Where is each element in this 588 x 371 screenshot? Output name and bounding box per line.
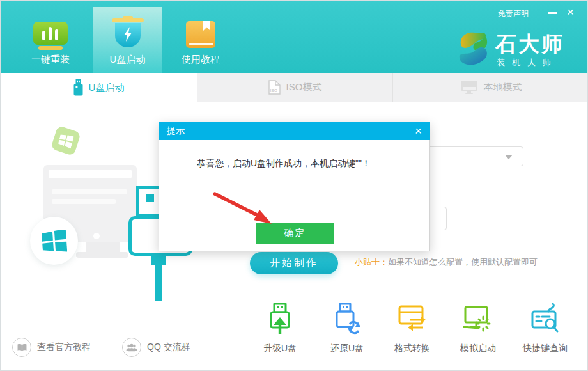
success-dialog: 提示 × 恭喜您，启动U盘制作成功，本机启动键""！ 确定 — [159, 122, 430, 251]
brand-logo: 石大师 装机大师 — [457, 29, 578, 68]
nav-tab-label: 使用教程 — [170, 54, 231, 66]
simulate-boot-icon — [463, 303, 493, 338]
header-bar: 一键重装 U盘启动 — [1, 1, 587, 73]
nav-tab-label: 一键重装 — [20, 54, 81, 66]
local-monitor-icon — [460, 81, 478, 94]
tool-restore-usb[interactable]: 还原U盘 — [318, 303, 376, 354]
tool-simulate-boot[interactable]: 模拟启动 — [449, 303, 507, 354]
usb-shield-icon — [109, 13, 146, 52]
usb-cable — [155, 265, 162, 301]
usb-upgrade-icon — [265, 303, 295, 338]
dialog-message: 恭喜您，启动U盘制作成功，本机启动键""！ — [197, 158, 371, 170]
footer-link-label: QQ 交流群 — [147, 342, 190, 353]
qq-group-link[interactable]: QQ 交流群 — [122, 338, 190, 357]
footer-bar: 查看官方教程 QQ 交流群 — [1, 301, 587, 370]
tool-label: 模拟启动 — [460, 343, 496, 354]
mode-tab-label: 本地模式 — [484, 81, 522, 93]
app-window: 一键重装 U盘启动 — [0, 0, 588, 371]
tutorial-book-icon — [185, 21, 217, 52]
close-button[interactable]: × — [567, 6, 574, 19]
tool-upgrade-usb[interactable]: 升级U盘 — [251, 303, 309, 354]
tool-label: 快捷键查询 — [523, 343, 568, 354]
brand-name: 石大师 — [495, 30, 564, 59]
nav-tab-usb-boot[interactable]: U盘启动 — [93, 1, 162, 73]
tool-label: 升级U盘 — [263, 343, 297, 354]
mode-tab-iso[interactable]: ISO ISO模式 — [197, 73, 392, 102]
nav-tab-label: U盘启动 — [93, 54, 162, 66]
nav-tab-tutorial[interactable]: 使用教程 — [170, 1, 231, 73]
dialog-title: 提示 — [167, 125, 185, 137]
svg-text:ISO: ISO — [270, 88, 277, 93]
windows-badge-icon — [50, 125, 81, 156]
mode-tab-label: U盘启动 — [89, 82, 125, 94]
mode-tab-usb-boot[interactable]: U盘启动 — [1, 73, 197, 102]
usb-cable-nub — [151, 256, 166, 265]
monitor-base — [76, 252, 128, 258]
windows-logo-circle — [30, 217, 78, 265]
footer-link-label: 查看官方教程 — [37, 342, 91, 353]
brand-swirl-icon — [457, 30, 490, 70]
tool-label: 格式转换 — [394, 343, 430, 354]
tool-label: 还原U盘 — [330, 343, 364, 354]
hotkey-search-icon — [530, 303, 560, 338]
mode-tab-local[interactable]: 本地模式 — [392, 73, 588, 102]
dialog-close-icon[interactable]: × — [415, 125, 422, 137]
minimize-button[interactable] — [548, 12, 557, 14]
mode-tab-label: ISO模式 — [286, 81, 322, 93]
group-icon — [122, 338, 141, 357]
tip-text: 小贴士：如果不知道怎么配置，使用默认配置即可 — [355, 257, 538, 268]
tool-hotkey-query[interactable]: 快捷键查询 — [516, 303, 574, 354]
iso-file-icon: ISO — [268, 80, 281, 95]
official-tutorial-link[interactable]: 查看官方教程 — [12, 338, 91, 357]
tool-format-convert[interactable]: 格式转换 — [383, 303, 441, 354]
book-icon — [12, 338, 31, 357]
dialog-titlebar: 提示 × — [159, 122, 430, 140]
brand-subtitle: 装机大师 — [497, 57, 558, 68]
usb-drive-icon — [74, 79, 83, 96]
usb-restore-icon — [332, 303, 362, 338]
tip-label: 小贴士： — [355, 257, 388, 267]
nav-tab-reinstall[interactable]: 一键重装 — [20, 1, 81, 73]
dialog-ok-button[interactable]: 确定 — [256, 223, 334, 244]
reinstall-chart-icon — [33, 22, 68, 52]
format-convert-icon — [398, 303, 427, 338]
disclaimer-link[interactable]: 免责声明 — [498, 8, 529, 19]
chevron-down-icon — [505, 155, 513, 159]
start-make-button[interactable]: 开始制作 — [250, 252, 338, 274]
